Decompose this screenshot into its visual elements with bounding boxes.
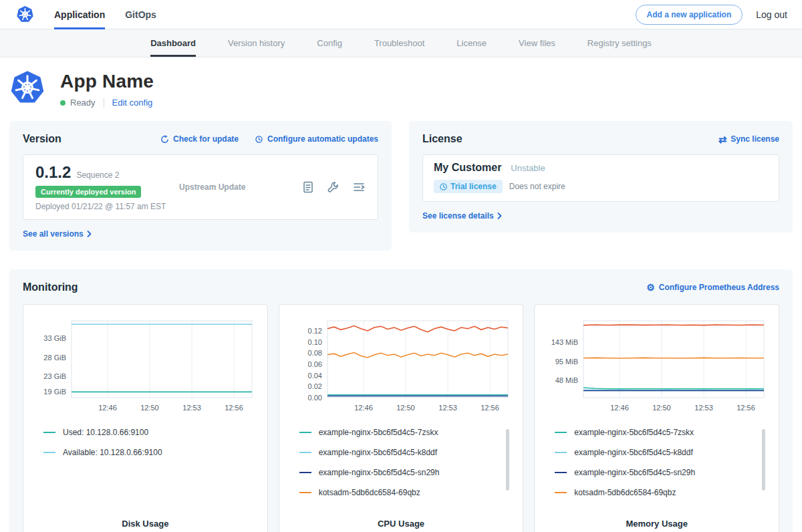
- upstream-update-label: Upstream Update: [179, 182, 301, 192]
- subnav-view-files[interactable]: View files: [519, 29, 555, 57]
- preflight-checks-icon[interactable]: [327, 180, 340, 194]
- logout-link[interactable]: Log out: [756, 9, 787, 20]
- subnav-license[interactable]: License: [456, 29, 487, 57]
- clock-icon: [440, 183, 447, 190]
- license-expiry: Does not expire: [509, 182, 565, 191]
- top-nav: Application GitOps Add a new application…: [0, 0, 802, 29]
- svg-text:12:46: 12:46: [610, 404, 629, 412]
- legend-label: Used: 10.128.0.66:9100: [63, 428, 148, 437]
- legend-swatch: [43, 432, 55, 433]
- svg-text:12:50: 12:50: [396, 404, 415, 412]
- disk-usage-chart-card: 12:4612:5012:5312:5633 GiB28 GiB23 GiB19…: [23, 304, 268, 532]
- subnav-dashboard[interactable]: Dashboard: [150, 29, 196, 57]
- svg-text:0.08: 0.08: [308, 349, 322, 357]
- license-channel: Unstable: [511, 163, 545, 173]
- legend-item: Available: 10.128.0.66:9100: [43, 448, 247, 457]
- legend-label: example-nginx-5bc6f5d4c5-k8ddf: [319, 448, 437, 457]
- trial-license-badge: Trial license: [434, 180, 503, 193]
- license-summary-box: My Customer Unstable Trial license Does …: [422, 154, 779, 202]
- tab-application[interactable]: Application: [54, 0, 105, 29]
- configure-automatic-updates-link[interactable]: Configure automatic updates: [255, 134, 378, 144]
- license-card-title: License: [422, 133, 462, 145]
- app-header: App Name Ready Edit config: [0, 57, 802, 121]
- subnav-troubleshoot[interactable]: Troubleshoot: [374, 29, 424, 57]
- svg-text:12:46: 12:46: [99, 404, 118, 412]
- memory-usage-chart: 12:4612:5012:5312:56143 MiB95 MiB48 MiB: [545, 314, 769, 418]
- release-notes-icon[interactable]: [301, 180, 315, 194]
- app-logo-kubernetes-icon: [9, 70, 45, 106]
- version-number: 0.1.2: [35, 163, 71, 182]
- gear-icon: ⚙: [646, 283, 655, 292]
- svg-text:0.12: 0.12: [308, 327, 322, 335]
- cpu-usage-legend: example-nginx-5bc6f5d4c5-7zskxexample-ng…: [299, 428, 518, 508]
- disk-usage-chart: 12:4612:5012:5312:5633 GiB28 GiB23 GiB19…: [33, 314, 257, 418]
- tab-gitops[interactable]: GitOps: [125, 0, 156, 29]
- check-for-update-link[interactable]: Check for update: [160, 134, 239, 144]
- see-license-details-link[interactable]: See license details: [422, 211, 779, 221]
- legend-label: kotsadm-5db6dc6584-69qbz: [319, 488, 420, 497]
- svg-text:23 GiB: 23 GiB: [44, 372, 67, 380]
- svg-text:12:53: 12:53: [438, 404, 457, 412]
- svg-text:0.00: 0.00: [308, 394, 322, 402]
- configure-prometheus-link[interactable]: ⚙ Configure Prometheus Address: [646, 283, 779, 292]
- sync-license-link[interactable]: ⇄ Sync license: [718, 134, 779, 144]
- svg-text:12:56: 12:56: [737, 404, 755, 412]
- legend-item: Used: 10.128.0.66:9100: [43, 428, 247, 437]
- app-status: Ready: [70, 98, 96, 108]
- svg-text:143 MiB: 143 MiB: [551, 338, 577, 346]
- chart-title: Memory Usage: [540, 511, 773, 532]
- monitoring-title: Monitoring: [23, 281, 78, 293]
- subnav-version-history[interactable]: Version history: [228, 29, 285, 57]
- legend-scrollbar[interactable]: [762, 429, 765, 491]
- chart-title: CPU Usage: [285, 511, 518, 532]
- see-all-versions-link[interactable]: See all versions: [23, 229, 378, 239]
- cpu-usage-chart-card: 12:4612:5012:5312:560.120.100.080.060.04…: [279, 304, 524, 532]
- legend-label: example-nginx-5bc6f5d4c5-sn29h: [319, 468, 440, 477]
- subnav-config[interactable]: Config: [317, 29, 342, 57]
- legend-item: kotsadm-5db6dc6584-69qbz: [299, 488, 503, 497]
- legend-swatch: [555, 432, 567, 433]
- monitoring-card: Monitoring ⚙ Configure Prometheus Addres…: [9, 269, 793, 532]
- add-application-button[interactable]: Add a new application: [636, 5, 743, 25]
- chart-title: Disk Usage: [29, 511, 262, 532]
- svg-text:95 MiB: 95 MiB: [555, 358, 577, 366]
- memory-usage-legend: example-nginx-5bc6f5d4c5-7zskxexample-ng…: [555, 428, 773, 508]
- legend-item: example-nginx-5bc6f5d4c5-k8ddf: [555, 448, 759, 457]
- legend-swatch: [299, 452, 311, 453]
- deploy-logs-icon[interactable]: [352, 180, 366, 194]
- version-card-title: Version: [23, 133, 61, 145]
- page: Application GitOps Add a new application…: [0, 0, 802, 532]
- svg-text:0.02: 0.02: [308, 382, 322, 390]
- edit-config-link[interactable]: Edit config: [112, 98, 153, 108]
- sync-icon: ⇄: [718, 134, 727, 144]
- legend-scrollbar[interactable]: [506, 429, 509, 491]
- legend-label: example-nginx-5bc6f5d4c5-7zskx: [319, 428, 438, 437]
- legend-item: example-nginx-5bc6f5d4c5-7zskx: [555, 428, 759, 437]
- cpu-usage-chart: 12:4612:5012:5312:560.120.100.080.060.04…: [289, 314, 513, 418]
- legend-swatch: [299, 472, 311, 473]
- legend-item: kotsadm-5db6dc6584-69qbz: [555, 488, 759, 497]
- subnav-registry-settings[interactable]: Registry settings: [587, 29, 652, 57]
- legend-label: Available: 10.128.0.66:9100: [63, 448, 162, 457]
- legend-item: example-nginx-5bc6f5d4c5-k8ddf: [299, 448, 503, 457]
- legend-swatch: [43, 452, 55, 453]
- legend-swatch: [555, 472, 567, 473]
- deployed-badge: Currently deployed version: [35, 186, 141, 198]
- version-card: Version Check for update Configure autom…: [9, 121, 392, 251]
- legend-swatch: [555, 492, 567, 493]
- svg-text:12:46: 12:46: [354, 404, 373, 412]
- svg-text:28 GiB: 28 GiB: [44, 354, 67, 362]
- ready-status-dot: [60, 100, 65, 106]
- svg-text:12:56: 12:56: [225, 404, 244, 412]
- legend-label: example-nginx-5bc6f5d4c5-k8ddf: [574, 448, 692, 457]
- version-sequence: Sequence 2: [76, 170, 119, 180]
- chevron-right-icon: [497, 213, 503, 219]
- svg-text:0.04: 0.04: [308, 372, 322, 380]
- svg-text:12:56: 12:56: [481, 404, 499, 412]
- svg-text:48 MiB: 48 MiB: [555, 376, 577, 384]
- deployed-timestamp: Deployed 01/21/22 @ 11:57 am EST: [35, 202, 179, 211]
- svg-text:12:53: 12:53: [183, 404, 202, 412]
- legend-swatch: [555, 452, 567, 453]
- svg-text:19 GiB: 19 GiB: [44, 388, 67, 396]
- kubernetes-logo-icon: [16, 5, 34, 23]
